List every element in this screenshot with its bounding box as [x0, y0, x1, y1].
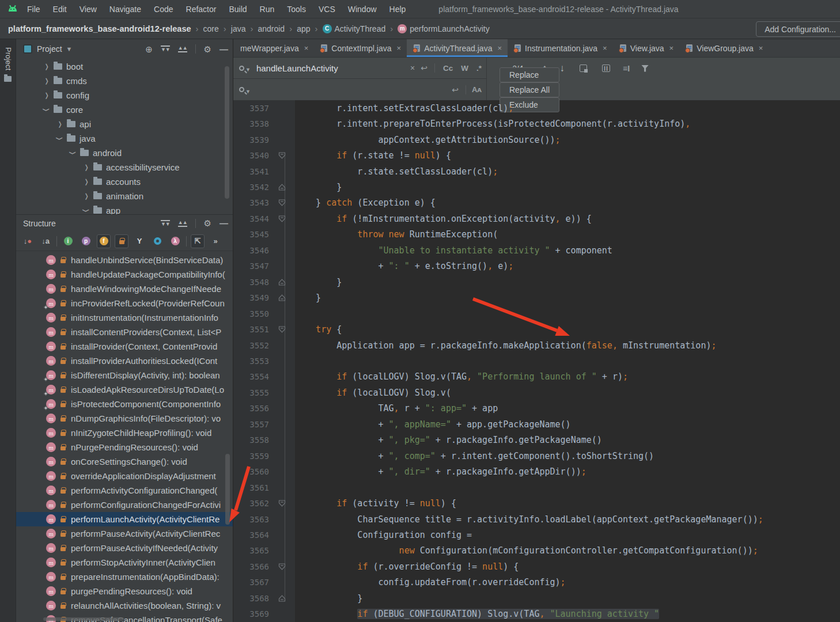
- folder-icon[interactable]: [4, 76, 12, 82]
- chevron-right-icon[interactable]: ❭: [82, 164, 91, 171]
- code-line[interactable]: 3558+ ", pkg=" + r.packageInfo.getPackag…: [233, 433, 840, 448]
- show-non-public-icon[interactable]: [115, 234, 128, 248]
- project-panel-title[interactable]: Project: [37, 44, 62, 54]
- structure-method-item[interactable]: mincProviderRefLocked(ProviderRefCoun: [16, 296, 233, 310]
- newline-icon[interactable]: ↩: [421, 63, 427, 73]
- replace-input[interactable]: ▼ ↩ Aᴀ: [233, 79, 487, 100]
- code-line[interactable]: 3559+ ", comp=" + r.intent.getComponent(…: [233, 448, 840, 464]
- fold-up-icon[interactable]: [269, 294, 295, 301]
- select-options-icon[interactable]: II: [602, 65, 610, 72]
- sort-alphabetically-icon[interactable]: ↓a: [39, 234, 52, 248]
- project-stripe-button[interactable]: Project: [4, 47, 13, 70]
- structure-method-item[interactable]: minstallProviderAuthoritiesLocked(ICont: [16, 354, 233, 368]
- tree-node-api[interactable]: ❭api: [16, 117, 233, 131]
- structure-method-item[interactable]: mprepareInstrumentation(AppBindData):: [16, 570, 233, 584]
- show-fields-icon[interactable]: f: [97, 234, 111, 248]
- fold-down-icon[interactable]: [269, 199, 295, 206]
- structure-method-item[interactable]: misLoadedApkResourceDirsUpToDate(Lo: [16, 382, 233, 397]
- structure-method-item[interactable]: mnPurgePendingResources(): void: [16, 440, 233, 454]
- structure-method-item[interactable]: mperformPauseActivityIfNeeded(Activity: [16, 541, 233, 555]
- expand-all-icon[interactable]: ▼▼: [161, 220, 170, 227]
- close-icon[interactable]: ×: [603, 44, 607, 52]
- code-line[interactable]: 3542}: [233, 179, 840, 195]
- show-properties-icon[interactable]: p: [79, 234, 93, 248]
- structure-method-item[interactable]: misDifferentDisplay(Activity, int): bool…: [16, 368, 233, 382]
- add-configuration-button[interactable]: Add Configuration...: [756, 21, 840, 37]
- structure-method-item[interactable]: misProtectedComponent(ComponentInfo: [16, 397, 233, 411]
- toggle-w-icon[interactable]: W: [461, 64, 468, 73]
- structure-method-item[interactable]: moverrideApplicationDisplayAdjustment: [16, 469, 233, 483]
- tree-node-boot[interactable]: ❭boot: [16, 59, 233, 74]
- next-match-icon[interactable]: ↓: [560, 63, 565, 74]
- breadcrumb-core[interactable]: core: [203, 24, 219, 33]
- code-line[interactable]: 3554if (localLOGV) Slog.v(TAG, "Performi…: [233, 369, 840, 385]
- code-line[interactable]: 3567config.updateFrom(r.overrideConfig);: [233, 575, 840, 590]
- code-line[interactable]: 3555if (localLOGV) Slog.v(: [233, 385, 840, 400]
- hide-icon[interactable]: —: [220, 45, 228, 54]
- code-line[interactable]: 3547+ ": " + e.toString(), e);: [233, 259, 840, 274]
- fold-down-icon[interactable]: [269, 563, 295, 570]
- locate-icon[interactable]: ⊕: [145, 45, 153, 54]
- structure-method-item[interactable]: mnInitZygoteChildHeapProfiling(): void: [16, 426, 233, 440]
- chevron-down-icon[interactable]: ▼: [66, 45, 73, 52]
- show-inherited-icon[interactable]: i: [61, 234, 75, 248]
- menu-item-help[interactable]: Help: [383, 5, 413, 14]
- tree-node-accessibilityservice[interactable]: ❭accessibilityservice: [16, 160, 233, 175]
- breadcrumb-project[interactable]: platform_frameworks_base-android12-relea…: [8, 24, 191, 33]
- chevron-right-icon[interactable]: ❭: [82, 178, 91, 185]
- chevron-right-icon[interactable]: ❭: [42, 92, 51, 99]
- toggle-regex-icon[interactable]: .*: [476, 64, 482, 73]
- settings-icon[interactable]: ⚙: [204, 45, 211, 54]
- tab-meWrapper-java[interactable]: meWrapper.java×: [233, 39, 314, 57]
- code-line[interactable]: 3551try {: [233, 321, 840, 337]
- tree-node-app[interactable]: ❭app: [16, 203, 233, 214]
- code-line[interactable]: 3537r.intent.setExtrasClassLoader(cl);: [233, 100, 840, 116]
- sort-by-visibility-icon[interactable]: ↓●: [21, 234, 35, 248]
- structure-method-item[interactable]: minitInstrumentation(InstrumentationInfo: [16, 310, 233, 325]
- menu-item-build[interactable]: Build: [222, 5, 253, 14]
- code-line[interactable]: 3549}: [233, 290, 840, 305]
- open-in-find-window-icon[interactable]: [580, 65, 587, 72]
- breadcrumb-android[interactable]: android: [258, 24, 285, 33]
- breadcrumb-java[interactable]: java: [231, 24, 246, 33]
- show-tree-icon[interactable]: Y: [133, 234, 146, 248]
- code-line[interactable]: 3543} catch (Exception e) {: [233, 195, 840, 211]
- fold-down-icon[interactable]: [269, 326, 295, 333]
- chevron-down-icon[interactable]: ❭: [55, 135, 65, 142]
- breadcrumb-app[interactable]: app: [297, 24, 310, 33]
- structure-method-item[interactable]: mperformConfigurationChangedForActivi: [16, 498, 233, 512]
- structure-method-item[interactable]: mperformLaunchActivity(ActivityClientRe: [16, 512, 233, 526]
- structure-method-item[interactable]: mhandleUpdatePackageCompatibilityInfo(: [16, 267, 233, 282]
- chevron-right-icon[interactable]: ❭: [42, 63, 51, 70]
- code-line[interactable]: 3539appContext.getAttributionSource());: [233, 132, 840, 147]
- menu-item-vcs[interactable]: VCS: [312, 5, 342, 14]
- show-lambdas-icon[interactable]: λ: [168, 234, 182, 248]
- code-line[interactable]: 3564Configuration config =: [233, 527, 840, 543]
- structure-method-item[interactable]: monCoreSettingsChange(): void: [16, 454, 233, 469]
- code-line[interactable]: 3557+ ", appName=" + app.getPackageName(…: [233, 416, 840, 432]
- more-icon[interactable]: »: [209, 234, 222, 248]
- chevron-down-icon[interactable]: ❭: [82, 207, 91, 214]
- chevron-right-icon[interactable]: ❭: [82, 192, 91, 200]
- code-line[interactable]: 3540if (r.state != null) {: [233, 147, 840, 163]
- tree-node-java[interactable]: ❭java: [16, 131, 233, 146]
- hide-icon[interactable]: —: [220, 219, 228, 227]
- structure-method-item[interactable]: mpurgePendingResources(): void: [16, 584, 233, 598]
- structure-method-item[interactable]: mperformStopActivityInner(ActivityClien: [16, 555, 233, 570]
- structure-panel-title[interactable]: Structure: [23, 219, 56, 228]
- clear-icon[interactable]: ×: [410, 63, 415, 73]
- code-line[interactable]: 3566if (r.overrideConfig != null) {: [233, 559, 840, 574]
- close-icon[interactable]: ×: [304, 44, 309, 52]
- menu-item-view[interactable]: View: [73, 5, 103, 14]
- code-line[interactable]: 3552Application app = r.packageInfo.make…: [233, 337, 840, 353]
- fold-up-icon[interactable]: [269, 279, 295, 286]
- close-icon[interactable]: ×: [759, 44, 763, 52]
- code-viewport[interactable]: 3537r.intent.setExtrasClassLoader(cl);35…: [233, 100, 840, 622]
- tab-View-java[interactable]: View.java×: [613, 39, 680, 57]
- filter-icon[interactable]: [641, 65, 649, 72]
- menu-item-tools[interactable]: Tools: [281, 5, 312, 14]
- close-icon[interactable]: ×: [397, 44, 402, 52]
- tree-node-accounts[interactable]: ❭accounts: [16, 175, 233, 189]
- show-anonymous-classes-icon[interactable]: [150, 234, 164, 248]
- code-line[interactable]: 3546"Unable to instantiate activity " + …: [233, 242, 840, 258]
